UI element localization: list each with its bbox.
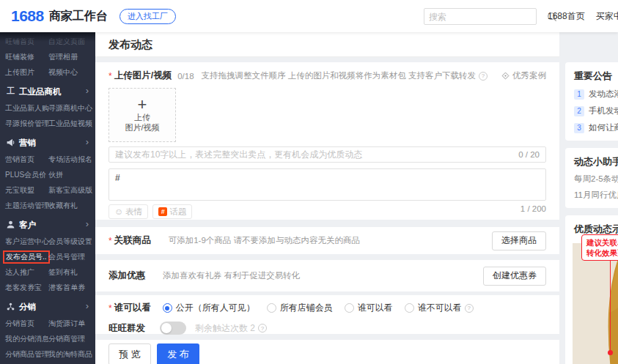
sidebar-item[interactable]: 分销首页 bbox=[5, 319, 34, 329]
number-badge: 3 bbox=[574, 123, 584, 133]
sidebar-item[interactable]: 淘货源订单 bbox=[48, 319, 85, 329]
sidebar-item[interactable]: 主题活动管理 bbox=[5, 201, 49, 211]
create-coupon-button[interactable]: 创建优惠券 bbox=[483, 267, 546, 286]
excellent-case-link[interactable]: 优秀案例 bbox=[501, 70, 546, 81]
sidebar-item-publish-member-feed-highlighted[interactable]: 发布会员号.. bbox=[3, 250, 50, 264]
sidebar-section-distribution[interactable]: 分销 › bbox=[0, 300, 95, 316]
workbench-title: 商家工作台 bbox=[49, 9, 108, 24]
sidebar-item[interactable]: 自定义页面 bbox=[48, 37, 85, 47]
page-title: 发布动态 bbox=[95, 32, 559, 57]
callout-connector-line bbox=[610, 256, 611, 353]
broadcast-toggle-off[interactable] bbox=[160, 322, 186, 335]
visibility-label: 谁可以看 bbox=[114, 302, 151, 314]
sidebar-item-album[interactable]: 管理相册 bbox=[48, 52, 78, 62]
sidebar-section-customer[interactable]: 客户 › bbox=[0, 218, 95, 234]
announcements-card: 重要公告 1 发动态添加推荐商品 2 手机发动态，随时随地 3 如何让商品动态更… bbox=[565, 62, 618, 141]
sidebar-item[interactable]: 营销首页 bbox=[5, 155, 34, 165]
sidebar-row: 上传图片 视频中心 bbox=[0, 64, 95, 80]
assistant-line: 每周2-5条动态，持续更新 bbox=[574, 174, 618, 185]
sidebar-section-title: 营销 bbox=[19, 138, 36, 149]
screen: 旺铺首页 自定义页面 旺铺装修 管理相册 上传图片 视频中心 工 工业品商机 ›… bbox=[0, 0, 618, 364]
upload-box-line1: 上传 bbox=[134, 112, 150, 122]
number-badge: 2 bbox=[574, 106, 584, 116]
sidebar-item-shop-deco[interactable]: 旺铺装修 bbox=[5, 52, 34, 62]
title-input[interactable]: 建议发布10字以上，表述完整突出卖点，更有机会成为优质动态 0 / 20 bbox=[108, 146, 546, 163]
sidebar-item[interactable]: 会员号管理 bbox=[48, 252, 85, 262]
sidebar-section-marketing[interactable]: 营销 › bbox=[0, 135, 95, 152]
logo-1688[interactable]: 1688 bbox=[11, 7, 44, 25]
help-icon[interactable]: ? bbox=[258, 324, 267, 333]
sidebar-row: 分销首页 淘货源订单 bbox=[0, 316, 95, 331]
network-icon bbox=[6, 302, 15, 311]
coupon-row: 添加优惠 添加喜欢有礼券 有利于促进交易转化 创建优惠券 bbox=[95, 260, 559, 291]
sidebar-item[interactable]: 工业品短视频 bbox=[48, 119, 92, 129]
sidebar-row: 元宝联盟 新客宝高级版 bbox=[0, 182, 95, 198]
help-icon[interactable]: ? bbox=[465, 304, 474, 313]
top-links: 1688首页 买家中心 商家中心 bbox=[548, 0, 618, 32]
assistant-card: 动态小助手 每周2-5条动态，持续更新 11月同行优质案例合集 bbox=[565, 148, 618, 208]
enter-factory-button[interactable]: 进入找工厂 bbox=[119, 9, 176, 24]
sidebar-item[interactable]: 潜客首单券 bbox=[48, 283, 85, 293]
sidebar-item[interactable]: 分销商品管理 bbox=[5, 349, 49, 360]
radio-who-cannot-see[interactable]: 谁不可以看 bbox=[405, 302, 462, 314]
sidebar-item[interactable]: 达人推广 bbox=[5, 267, 34, 278]
target-icon bbox=[501, 72, 510, 80]
sidebar-row: 发布会员号.. 会员号管理 bbox=[0, 249, 95, 264]
sidebar-item[interactable]: 老客发券宝 bbox=[5, 283, 42, 293]
radio-label: 谁可以看 bbox=[358, 302, 393, 314]
sidebar-item[interactable]: 新客宝高级版 bbox=[48, 185, 92, 196]
radio-all-members[interactable]: 所有店铺会员 bbox=[267, 302, 333, 314]
announcements-title: 重要公告 bbox=[574, 70, 618, 83]
link-buyer-center[interactable]: 买家中心 bbox=[596, 10, 618, 23]
radio-public[interactable]: 公开（所有人可见） bbox=[163, 302, 255, 314]
sidebar-row: 老客发券宝 潜客首单券 bbox=[0, 280, 95, 295]
select-goods-button[interactable]: 选择商品 bbox=[492, 231, 546, 250]
sidebar-row: 营销首页 专场活动报名 bbox=[0, 152, 95, 167]
coat-image bbox=[578, 243, 618, 364]
smiley-icon: ☺ bbox=[114, 207, 123, 216]
search-input[interactable] bbox=[424, 12, 547, 22]
callout-connector-dot bbox=[608, 350, 613, 355]
sidebar-item[interactable]: 寻源报价管理 bbox=[5, 119, 49, 129]
upload-box-line2: 图片/视频 bbox=[125, 122, 159, 133]
sidebar-item[interactable]: PLUS会员价 bbox=[5, 170, 46, 180]
emoji-button[interactable]: ☺ 表情 bbox=[108, 204, 148, 219]
sidebar-row: 客户运营中心 会员等级设置 bbox=[0, 234, 95, 249]
related-goods-label: 关联商品 bbox=[114, 234, 151, 247]
sidebar-item[interactable]: 寻源商机中心 bbox=[48, 103, 92, 114]
sidebar-item[interactable]: 收藏有礼 bbox=[48, 201, 78, 211]
sidebar-item-upload-image[interactable]: 上传图片 bbox=[5, 67, 34, 78]
topic-button[interactable]: # 话题 bbox=[152, 204, 192, 219]
coupon-label: 添加优惠 bbox=[108, 270, 145, 282]
radio-who-can-see[interactable]: 谁可以看 bbox=[345, 302, 393, 314]
sidebar-item[interactable]: 伙拼 bbox=[48, 170, 63, 180]
sidebar-item[interactable]: 我的分销消息 bbox=[5, 334, 49, 344]
announcement-item[interactable]: 3 如何让商品动态更优质 bbox=[574, 122, 618, 133]
assistant-title: 动态小助手 bbox=[574, 155, 618, 168]
sidebar-item[interactable]: 旺铺首页 bbox=[5, 37, 34, 47]
sidebar-item[interactable]: 分销商管理 bbox=[48, 334, 85, 344]
sidebar-item[interactable]: 签到有礼 bbox=[48, 267, 78, 278]
broadcast-hint: 剩余触达次数 2 bbox=[195, 322, 255, 335]
sidebar-item[interactable]: 专场活动报名 bbox=[48, 155, 92, 165]
help-icon[interactable]: ? bbox=[479, 72, 488, 81]
sidebar-item[interactable]: 客户运营中心 bbox=[5, 237, 49, 247]
sidebar-item[interactable]: 会员等级设置 bbox=[48, 237, 92, 247]
radio-icon bbox=[267, 303, 276, 313]
sidebar-row: 达人推广 签到有礼 bbox=[0, 264, 95, 280]
sidebar-item-video-center[interactable]: 视频中心 bbox=[48, 67, 78, 78]
announcement-text: 手机发动态，随时随地 bbox=[589, 105, 618, 116]
sidebar-item[interactable]: 工业品新人购 bbox=[5, 103, 49, 114]
preview-button[interactable]: 预 览 bbox=[108, 343, 151, 364]
announcement-item[interactable]: 1 发动态添加推荐商品 bbox=[574, 89, 618, 100]
upload-dropzone[interactable]: + 上传 图片/视频 bbox=[108, 88, 176, 142]
callout-line: 转化效果更好 bbox=[586, 248, 618, 258]
link-1688-home[interactable]: 1688首页 bbox=[548, 10, 585, 23]
announcement-item[interactable]: 2 手机发动态，随时随地 bbox=[574, 105, 618, 116]
content-textarea[interactable]: # bbox=[108, 168, 546, 201]
radio-label: 公开（所有人可见） bbox=[176, 302, 255, 314]
sidebar-section-industry[interactable]: 工 工业品商机 › bbox=[0, 84, 95, 100]
publish-button[interactable]: 发 布 bbox=[157, 343, 199, 364]
sidebar-item[interactable]: 我的淘特商品 bbox=[48, 349, 92, 360]
sidebar-item[interactable]: 元宝联盟 bbox=[5, 185, 34, 196]
